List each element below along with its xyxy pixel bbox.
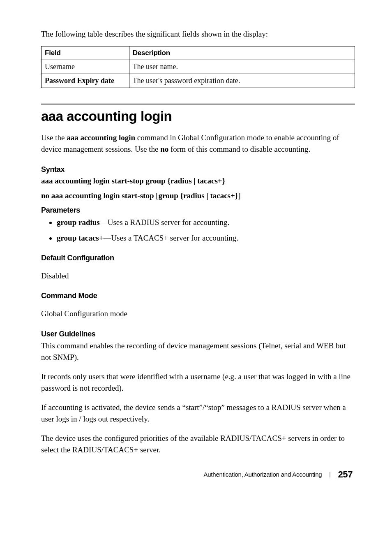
command-description: Use the aaa accounting login command in …	[41, 132, 355, 155]
page-footer: Authentication, Authorization and Accoun…	[41, 469, 355, 480]
default-config-text: Disabled	[41, 270, 355, 282]
guidelines-para: The device uses the configured prioritie…	[41, 433, 355, 456]
table-cell-description: The user's password expiration date.	[129, 74, 355, 88]
fields-table: Field Description Username The user name…	[41, 46, 355, 88]
syntax-bracket: ]	[238, 191, 240, 200]
param-bold: group tacacs+	[57, 234, 103, 242]
syntax-line-1: aaa accounting login start-stop group {r…	[41, 176, 355, 185]
desc-text: form of this command to disable accounti…	[168, 145, 310, 153]
default-config-heading: Default Configuration	[41, 254, 355, 262]
footer-title: Authentication, Authorization and Accoun…	[203, 471, 322, 478]
param-text: —Uses a RADIUS server for accounting.	[100, 218, 230, 227]
footer-separator: |	[329, 471, 330, 478]
syntax-text: no aaa accounting login start-stop	[41, 191, 156, 200]
syntax-line-2: no aaa accounting login start-stop [grou…	[41, 191, 355, 200]
guidelines-para: This command enables the recording of de…	[41, 340, 355, 364]
syntax-heading: Syntax	[41, 165, 355, 174]
parameters-list: group radius—Uses a RADIUS server for ac…	[41, 217, 355, 244]
command-mode-heading: Command Mode	[41, 292, 355, 300]
table-row: Username The user name.	[42, 60, 355, 74]
section-divider	[41, 104, 355, 104]
table-cell-field: Password Expiry date	[42, 74, 129, 88]
param-bold: group radius	[57, 218, 100, 227]
param-text: —Uses a TACACS+ server for accounting.	[103, 234, 238, 242]
table-row: Password Expiry date The user's password…	[42, 74, 355, 88]
guidelines-para: If accounting is activated, the device s…	[41, 402, 355, 425]
desc-text: Use the	[41, 133, 67, 142]
table-cell-field: Username	[42, 60, 129, 74]
command-heading: aaa accounting login	[41, 109, 355, 124]
footer-page-number: 257	[338, 469, 353, 480]
parameter-item: group radius—Uses a RADIUS server for ac…	[57, 217, 355, 228]
table-header-field: Field	[42, 46, 129, 60]
table-intro-text: The following table describes the signif…	[41, 28, 355, 40]
desc-bold: no	[160, 145, 168, 153]
table-cell-description: The user name.	[129, 60, 355, 74]
user-guidelines-heading: User Guidelines	[41, 330, 355, 338]
parameters-heading: Parameters	[41, 206, 355, 215]
parameter-item: group tacacs+—Uses a TACACS+ server for …	[57, 233, 355, 244]
desc-bold: aaa accounting login	[67, 133, 135, 142]
command-mode-text: Global Configuration mode	[41, 308, 355, 320]
guidelines-para: It records only users that were identifi…	[41, 371, 355, 394]
table-header-description: Description	[129, 46, 355, 60]
syntax-text: group {radius | tacacs+}	[159, 191, 238, 200]
